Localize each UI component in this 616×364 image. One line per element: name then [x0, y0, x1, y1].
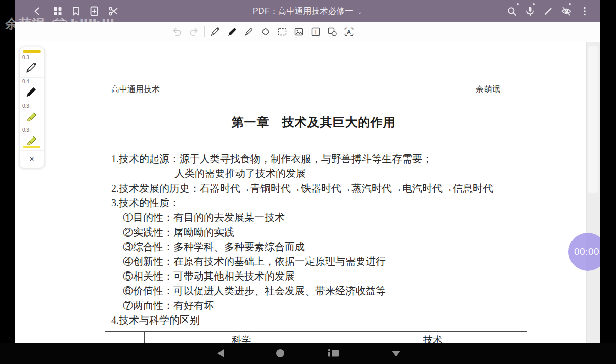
app-screen: PDF：高中通用技术必修一⌄ — [15, 0, 600, 343]
undo-icon[interactable] — [171, 26, 183, 38]
doc-line: ⑤相关性：可带动其他相关技术的发展 — [123, 269, 295, 283]
back-triangle-icon[interactable] — [215, 348, 227, 361]
fountain-pen-icon[interactable] — [209, 26, 222, 38]
redo-icon[interactable] — [188, 26, 200, 38]
eraser-icon[interactable] — [259, 26, 272, 38]
page-header-right: 余萌氓 — [476, 84, 500, 95]
page-header-left: 高中通用技术 — [111, 84, 160, 95]
app-title: PDF：高中通用技术必修一 — [253, 7, 354, 15]
home-circle-icon[interactable] — [275, 348, 286, 361]
chevron-down-icon: ⌄ — [357, 9, 362, 15]
pen-size-label: 0.4 — [22, 79, 44, 85]
android-nav-bar — [0, 343, 616, 364]
table-header-technology: 技术 — [338, 332, 527, 343]
pdf-content-area[interactable]: 高中通用技术 余萌氓 第一章 技术及其巨大的作用 1.技术的起源：源于人类寻找食… — [15, 42, 600, 343]
svg-text:T: T — [314, 29, 318, 35]
text-recognition-icon[interactable]: A — [343, 26, 355, 38]
marker-pen-icon[interactable] — [226, 26, 238, 38]
doc-line: ②实践性：屠呦呦的实践 — [123, 225, 234, 239]
doc-line: 3.技术的性质： — [111, 196, 180, 210]
table-header-science: 科学 — [145, 332, 338, 343]
pen-tool-panel: 0.3 0.4 0.3 0.3 × — [19, 47, 45, 168]
annotation-toolbar: T A — [15, 22, 600, 41]
doc-line: ③综合性：多种学科、多种要素综合而成 — [123, 240, 305, 254]
toolbar-divider — [360, 26, 360, 37]
fountain-pen-icon — [24, 61, 39, 74]
text-box-icon[interactable]: T — [310, 26, 322, 38]
mic-icon[interactable] — [524, 5, 536, 17]
doc-line: 4.技术与科学的区别 — [111, 313, 200, 327]
chapter-title: 第一章 技术及其巨大的作用 — [91, 114, 536, 130]
highlighter-icon — [24, 110, 39, 123]
pdf-page: 高中通用技术 余萌氓 第一章 技术及其巨大的作用 1.技术的起源：源于人类寻找食… — [15, 42, 600, 343]
doc-line: 2.技术发展的历史：石器时代→青铜时代→铁器时代→蒸汽时代→电汽时代→信息时代 — [111, 181, 493, 195]
eye-off-icon[interactable] — [560, 5, 573, 17]
image-icon[interactable] — [293, 26, 305, 38]
svg-text:A: A — [347, 29, 351, 35]
lasso-select-icon[interactable] — [276, 26, 288, 38]
recent-apps-icon[interactable] — [327, 348, 341, 361]
shapes-icon[interactable] — [326, 26, 338, 38]
top-app-bar: PDF：高中通用技术必修一⌄ — [15, 0, 600, 22]
pen-tool-highlighter[interactable]: 0.3 — [20, 102, 44, 126]
hide-bar-icon[interactable] — [390, 348, 402, 361]
more-icon[interactable] — [579, 5, 591, 17]
doc-line: ⑦两面性：有好有坏 — [123, 299, 214, 312]
selected-tool-underline — [23, 146, 40, 148]
selected-color-bar[interactable] — [23, 50, 41, 53]
pen-size-label: 0.3 — [22, 55, 44, 61]
close-panel-button[interactable]: × — [20, 151, 44, 166]
scrollbar-thumb[interactable] — [588, 46, 598, 193]
marker-pen-icon — [24, 85, 39, 99]
toolbar-divider — [204, 26, 205, 37]
pen-size-label: 0.3 — [22, 127, 44, 133]
doc-line: ①目的性：有目的的去发展某一技术 — [123, 211, 285, 224]
scrollbar-gutter[interactable] — [586, 42, 600, 343]
pen-tool-highlighter-selected[interactable]: 0.3 — [20, 126, 44, 151]
timer-value: 00:00 — [574, 246, 599, 257]
doc-line: ⑥价值性：可以促进人类进步、社会发展、带来经济收益等 — [123, 284, 386, 298]
eye-off-badge-dot — [569, 3, 571, 5]
table-header-empty — [105, 332, 145, 343]
search-icon[interactable] — [506, 5, 518, 17]
search-badge-dot — [517, 3, 519, 5]
doc-line: 1.技术的起源：源于人类寻找食物，制作衣服，与野兽搏斗等生存需要； — [111, 152, 432, 166]
pen-icon[interactable] — [542, 5, 554, 17]
pen-tool-marker[interactable]: 0.4 — [20, 78, 44, 102]
doc-line: 人类的需要推动了技术的发展 — [174, 167, 306, 180]
table-row: 科学 技术 — [105, 332, 527, 343]
highlighter-icon[interactable] — [243, 26, 255, 38]
doc-line: ④创新性：在原有技术的基础上，依据一定原理与需要进行 — [123, 255, 386, 268]
pen-size-label: 0.3 — [22, 103, 44, 109]
comparison-table: 科学 技术 — [105, 331, 527, 343]
mic-badge-dot — [533, 3, 535, 5]
pen-tool-fountain[interactable]: 0.3 — [20, 54, 44, 78]
